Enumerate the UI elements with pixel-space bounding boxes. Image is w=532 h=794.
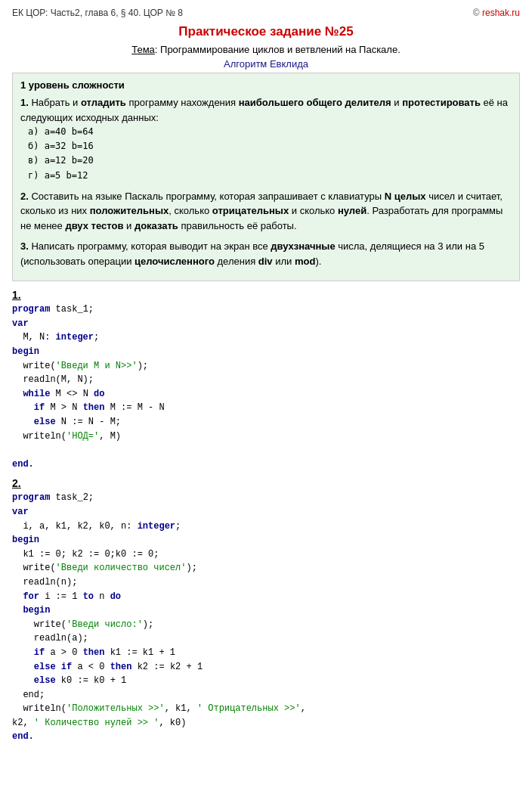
- task-1-data-c: в) a=12 b=20: [28, 154, 512, 168]
- solution-2-number: 2.: [12, 477, 520, 489]
- task-1-data-a: а) a=40 b=64: [28, 125, 512, 139]
- solution-1-number: 1.: [12, 289, 520, 301]
- solution-2-code: program task_2; var i, a, k1, k2, k0, n:…: [12, 491, 520, 744]
- topic-line: Тема: Программирование циклов и ветвлени…: [12, 44, 520, 55]
- task-1: 1. Набрать и отладить программу нахожден…: [20, 95, 512, 183]
- level-title: 1 уровень сложности: [20, 79, 512, 91]
- task-1-data: а) a=40 b=64 б) a=32 b=16 в) a=12 b=20 г…: [28, 125, 512, 183]
- header-title: ЕК ЦОР: Часть2, глава 6, § 40. ЦОР № 8: [12, 8, 183, 18]
- solution-1-code: program task_1; var M, N: integer; begin…: [12, 302, 520, 471]
- topic-label: Тема: [131, 44, 155, 55]
- task-box: 1 уровень сложности 1. Набрать и отладит…: [12, 73, 520, 281]
- header-logo: © reshak.ru: [473, 8, 520, 18]
- main-title: Практическое задание №25: [12, 24, 520, 39]
- task-1-data-d: г) a=5 b=12: [28, 169, 512, 183]
- task-3: 3. Написать программу, которая выводит н…: [20, 239, 512, 268]
- solution-2: 2. program task_2; var i, a, k1, k2, k0,…: [12, 477, 520, 744]
- task-2: 2. Составить на языке Паскаль программу,…: [20, 189, 512, 234]
- solution-1: 1. program task_1; var M, N: integer; be…: [12, 289, 520, 471]
- task-1-data-b: б) a=32 b=16: [28, 139, 512, 154]
- page-header: ЕК ЦОР: Часть2, глава 6, § 40. ЦОР № 8 ©…: [12, 8, 520, 18]
- topic-text: : Программирование циклов и ветвлений на…: [155, 44, 401, 55]
- topic-subtitle: Алгоритм Евклида: [12, 58, 520, 70]
